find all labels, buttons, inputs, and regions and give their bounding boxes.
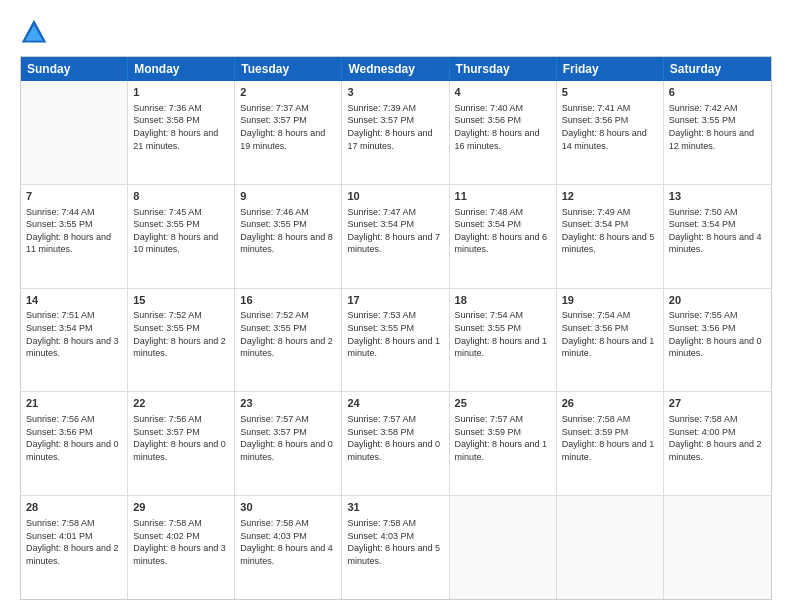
calendar-header: SundayMondayTuesdayWednesdayThursdayFrid… xyxy=(21,57,771,81)
page: SundayMondayTuesdayWednesdayThursdayFrid… xyxy=(0,0,792,612)
sun-info: Sunrise: 7:40 AM Sunset: 3:56 PM Dayligh… xyxy=(455,102,551,152)
sun-info: Sunrise: 7:41 AM Sunset: 3:56 PM Dayligh… xyxy=(562,102,658,152)
day-number: 24 xyxy=(347,396,443,411)
calendar-cell: 11Sunrise: 7:48 AM Sunset: 3:54 PM Dayli… xyxy=(450,185,557,288)
calendar-cell: 15Sunrise: 7:52 AM Sunset: 3:55 PM Dayli… xyxy=(128,289,235,392)
sun-info: Sunrise: 7:58 AM Sunset: 4:01 PM Dayligh… xyxy=(26,517,122,567)
calendar-cell: 8Sunrise: 7:45 AM Sunset: 3:55 PM Daylig… xyxy=(128,185,235,288)
day-number: 30 xyxy=(240,500,336,515)
day-number: 28 xyxy=(26,500,122,515)
day-number: 13 xyxy=(669,189,766,204)
sun-info: Sunrise: 7:44 AM Sunset: 3:55 PM Dayligh… xyxy=(26,206,122,256)
calendar-cell: 3Sunrise: 7:39 AM Sunset: 3:57 PM Daylig… xyxy=(342,81,449,184)
sun-info: Sunrise: 7:57 AM Sunset: 3:57 PM Dayligh… xyxy=(240,413,336,463)
sun-info: Sunrise: 7:50 AM Sunset: 3:54 PM Dayligh… xyxy=(669,206,766,256)
day-number: 11 xyxy=(455,189,551,204)
day-number: 7 xyxy=(26,189,122,204)
calendar-row-1: 1Sunrise: 7:36 AM Sunset: 3:58 PM Daylig… xyxy=(21,81,771,185)
calendar-body: 1Sunrise: 7:36 AM Sunset: 3:58 PM Daylig… xyxy=(21,81,771,599)
logo xyxy=(20,18,50,46)
calendar-cell: 16Sunrise: 7:52 AM Sunset: 3:55 PM Dayli… xyxy=(235,289,342,392)
calendar-cell: 5Sunrise: 7:41 AM Sunset: 3:56 PM Daylig… xyxy=(557,81,664,184)
sun-info: Sunrise: 7:48 AM Sunset: 3:54 PM Dayligh… xyxy=(455,206,551,256)
sun-info: Sunrise: 7:53 AM Sunset: 3:55 PM Dayligh… xyxy=(347,309,443,359)
sun-info: Sunrise: 7:52 AM Sunset: 3:55 PM Dayligh… xyxy=(133,309,229,359)
calendar-cell: 31Sunrise: 7:58 AM Sunset: 4:03 PM Dayli… xyxy=(342,496,449,599)
day-number: 9 xyxy=(240,189,336,204)
sun-info: Sunrise: 7:45 AM Sunset: 3:55 PM Dayligh… xyxy=(133,206,229,256)
sun-info: Sunrise: 7:37 AM Sunset: 3:57 PM Dayligh… xyxy=(240,102,336,152)
calendar-cell: 12Sunrise: 7:49 AM Sunset: 3:54 PM Dayli… xyxy=(557,185,664,288)
sun-info: Sunrise: 7:54 AM Sunset: 3:55 PM Dayligh… xyxy=(455,309,551,359)
day-number: 29 xyxy=(133,500,229,515)
day-header-sunday: Sunday xyxy=(21,57,128,81)
day-number: 5 xyxy=(562,85,658,100)
calendar-cell: 26Sunrise: 7:58 AM Sunset: 3:59 PM Dayli… xyxy=(557,392,664,495)
calendar-row-2: 7Sunrise: 7:44 AM Sunset: 3:55 PM Daylig… xyxy=(21,185,771,289)
day-number: 2 xyxy=(240,85,336,100)
sun-info: Sunrise: 7:36 AM Sunset: 3:58 PM Dayligh… xyxy=(133,102,229,152)
day-number: 22 xyxy=(133,396,229,411)
sun-info: Sunrise: 7:58 AM Sunset: 3:59 PM Dayligh… xyxy=(562,413,658,463)
calendar-cell: 1Sunrise: 7:36 AM Sunset: 3:58 PM Daylig… xyxy=(128,81,235,184)
calendar-cell: 10Sunrise: 7:47 AM Sunset: 3:54 PM Dayli… xyxy=(342,185,449,288)
sun-info: Sunrise: 7:58 AM Sunset: 4:03 PM Dayligh… xyxy=(347,517,443,567)
day-number: 1 xyxy=(133,85,229,100)
day-number: 4 xyxy=(455,85,551,100)
calendar-cell: 23Sunrise: 7:57 AM Sunset: 3:57 PM Dayli… xyxy=(235,392,342,495)
day-number: 27 xyxy=(669,396,766,411)
day-header-saturday: Saturday xyxy=(664,57,771,81)
calendar-row-3: 14Sunrise: 7:51 AM Sunset: 3:54 PM Dayli… xyxy=(21,289,771,393)
calendar-cell: 9Sunrise: 7:46 AM Sunset: 3:55 PM Daylig… xyxy=(235,185,342,288)
sun-info: Sunrise: 7:56 AM Sunset: 3:56 PM Dayligh… xyxy=(26,413,122,463)
calendar-cell: 30Sunrise: 7:58 AM Sunset: 4:03 PM Dayli… xyxy=(235,496,342,599)
sun-info: Sunrise: 7:58 AM Sunset: 4:03 PM Dayligh… xyxy=(240,517,336,567)
day-number: 23 xyxy=(240,396,336,411)
calendar-row-4: 21Sunrise: 7:56 AM Sunset: 3:56 PM Dayli… xyxy=(21,392,771,496)
calendar-cell: 25Sunrise: 7:57 AM Sunset: 3:59 PM Dayli… xyxy=(450,392,557,495)
calendar-cell: 4Sunrise: 7:40 AM Sunset: 3:56 PM Daylig… xyxy=(450,81,557,184)
calendar-cell: 22Sunrise: 7:56 AM Sunset: 3:57 PM Dayli… xyxy=(128,392,235,495)
day-header-thursday: Thursday xyxy=(450,57,557,81)
calendar-cell xyxy=(664,496,771,599)
calendar-cell: 21Sunrise: 7:56 AM Sunset: 3:56 PM Dayli… xyxy=(21,392,128,495)
sun-info: Sunrise: 7:46 AM Sunset: 3:55 PM Dayligh… xyxy=(240,206,336,256)
day-number: 15 xyxy=(133,293,229,308)
day-header-friday: Friday xyxy=(557,57,664,81)
calendar-cell: 29Sunrise: 7:58 AM Sunset: 4:02 PM Dayli… xyxy=(128,496,235,599)
day-number: 3 xyxy=(347,85,443,100)
calendar-cell: 17Sunrise: 7:53 AM Sunset: 3:55 PM Dayli… xyxy=(342,289,449,392)
calendar: SundayMondayTuesdayWednesdayThursdayFrid… xyxy=(20,56,772,600)
calendar-cell: 19Sunrise: 7:54 AM Sunset: 3:56 PM Dayli… xyxy=(557,289,664,392)
sun-info: Sunrise: 7:52 AM Sunset: 3:55 PM Dayligh… xyxy=(240,309,336,359)
calendar-cell: 7Sunrise: 7:44 AM Sunset: 3:55 PM Daylig… xyxy=(21,185,128,288)
calendar-cell: 24Sunrise: 7:57 AM Sunset: 3:58 PM Dayli… xyxy=(342,392,449,495)
day-number: 14 xyxy=(26,293,122,308)
day-number: 6 xyxy=(669,85,766,100)
day-number: 16 xyxy=(240,293,336,308)
day-number: 17 xyxy=(347,293,443,308)
sun-info: Sunrise: 7:39 AM Sunset: 3:57 PM Dayligh… xyxy=(347,102,443,152)
sun-info: Sunrise: 7:42 AM Sunset: 3:55 PM Dayligh… xyxy=(669,102,766,152)
calendar-cell: 2Sunrise: 7:37 AM Sunset: 3:57 PM Daylig… xyxy=(235,81,342,184)
logo-icon xyxy=(20,18,48,46)
calendar-cell xyxy=(450,496,557,599)
calendar-cell: 18Sunrise: 7:54 AM Sunset: 3:55 PM Dayli… xyxy=(450,289,557,392)
day-number: 8 xyxy=(133,189,229,204)
day-number: 21 xyxy=(26,396,122,411)
header xyxy=(20,18,772,46)
sun-info: Sunrise: 7:47 AM Sunset: 3:54 PM Dayligh… xyxy=(347,206,443,256)
sun-info: Sunrise: 7:49 AM Sunset: 3:54 PM Dayligh… xyxy=(562,206,658,256)
day-number: 10 xyxy=(347,189,443,204)
sun-info: Sunrise: 7:56 AM Sunset: 3:57 PM Dayligh… xyxy=(133,413,229,463)
day-number: 18 xyxy=(455,293,551,308)
day-number: 26 xyxy=(562,396,658,411)
sun-info: Sunrise: 7:58 AM Sunset: 4:02 PM Dayligh… xyxy=(133,517,229,567)
calendar-cell: 13Sunrise: 7:50 AM Sunset: 3:54 PM Dayli… xyxy=(664,185,771,288)
calendar-cell: 14Sunrise: 7:51 AM Sunset: 3:54 PM Dayli… xyxy=(21,289,128,392)
day-number: 12 xyxy=(562,189,658,204)
day-header-wednesday: Wednesday xyxy=(342,57,449,81)
calendar-cell: 20Sunrise: 7:55 AM Sunset: 3:56 PM Dayli… xyxy=(664,289,771,392)
sun-info: Sunrise: 7:57 AM Sunset: 3:58 PM Dayligh… xyxy=(347,413,443,463)
calendar-row-5: 28Sunrise: 7:58 AM Sunset: 4:01 PM Dayli… xyxy=(21,496,771,599)
